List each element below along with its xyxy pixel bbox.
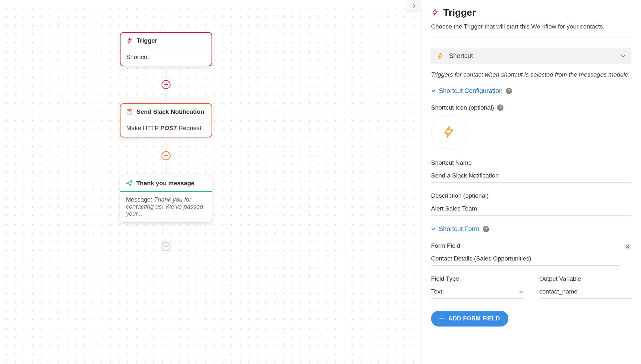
node-thank-you-message[interactable]: Thank you message Message: Thank you for…: [120, 175, 212, 223]
text-method: POST: [160, 125, 177, 131]
field-type-col: Field Type Text: [431, 275, 523, 299]
bolt-icon: [431, 9, 439, 16]
text-prefix: Make HTTP: [126, 125, 160, 131]
button-label: ADD FORM FIELD: [448, 315, 500, 322]
section-shortcut-configuration[interactable]: Shortcut Configuration ?: [431, 87, 631, 95]
trigger-selector-label: Shortcut: [449, 52, 615, 60]
output-variable-col: Output Variable: [539, 275, 632, 299]
sidebar-title-row: Trigger: [431, 7, 631, 18]
text-prefix: Message:: [126, 196, 154, 203]
bolt-icon: [442, 126, 455, 138]
chevron-right-icon: [412, 3, 416, 8]
help-icon[interactable]: ?: [506, 88, 512, 94]
trigger-description: Triggers for contact when shortcut is se…: [431, 71, 631, 78]
section-title: Shortcut Form: [439, 225, 479, 233]
plus-icon: [439, 316, 445, 321]
field-description: Description (optional): [431, 192, 631, 216]
node-trigger-title: Trigger: [137, 37, 157, 44]
field-form-field: Form Field: [431, 242, 631, 266]
field-label: Description (optional): [431, 192, 631, 199]
field-label: Shortcut Icon (optional) ?: [431, 104, 631, 111]
node-trigger[interactable]: Trigger Shortcut: [120, 32, 212, 66]
text-suffix: Request: [177, 125, 201, 131]
connector-line-dashed: [166, 231, 166, 242]
description-input[interactable]: [431, 203, 631, 216]
field-shortcut-name: Shortcut Name: [431, 159, 631, 183]
shortcut-name-input[interactable]: [431, 170, 631, 183]
select-value: Text: [431, 288, 519, 295]
field-label: Output Variable: [539, 275, 632, 282]
form-field-input[interactable]: [431, 252, 620, 266]
sidebar-subtitle: Choose the Trigger that will start this …: [431, 23, 631, 37]
field-label: Shortcut Name: [431, 159, 631, 166]
workflow-canvas[interactable]: Trigger Shortcut Send Slack Notification…: [0, 0, 421, 364]
node-thanks-body: Message: Thank you for contacting us! We…: [120, 192, 212, 222]
collapse-sidebar-button[interactable]: [407, 0, 421, 12]
chevron-down-icon: [431, 228, 436, 231]
sidebar-panel: Trigger Choose the Trigger that will sta…: [421, 0, 641, 364]
node-trigger-body: Shortcut: [121, 49, 212, 66]
field-label: Field Type: [431, 275, 523, 282]
output-variable-input[interactable]: [539, 285, 632, 299]
field-shortcut-icon: Shortcut Icon (optional) ?: [431, 104, 631, 150]
node-slack-notification[interactable]: Send Slack Notification Make HTTP POST R…: [120, 103, 212, 137]
node-slack-header: Send Slack Notification: [121, 104, 212, 120]
plus-icon: [164, 153, 168, 158]
send-icon: [126, 180, 132, 186]
close-icon: [626, 245, 629, 248]
node-thanks-title: Thank you message: [136, 180, 195, 187]
section-title: Shortcut Configuration: [439, 87, 503, 95]
field-type-row: Field Type Text Output Variable: [431, 275, 631, 299]
http-icon: [126, 109, 133, 115]
add-form-field-button[interactable]: ADD FORM FIELD: [431, 311, 508, 327]
add-step-button[interactable]: [162, 151, 171, 160]
node-thanks-header: Thank you message: [120, 175, 212, 192]
plus-icon: [164, 244, 168, 249]
add-step-button[interactable]: [162, 80, 171, 89]
help-icon[interactable]: ?: [483, 226, 489, 232]
trigger-selector[interactable]: Shortcut: [431, 48, 631, 64]
chevron-down-icon: [519, 290, 523, 293]
plus-icon: [164, 82, 168, 87]
node-trigger-header: Trigger: [121, 33, 212, 49]
field-type-select[interactable]: Text: [431, 285, 523, 299]
node-slack-title: Send Slack Notification: [137, 108, 204, 115]
field-label: Form Field: [431, 242, 620, 249]
bolt-icon: [437, 53, 444, 60]
node-slack-body: Make HTTP POST Request: [121, 120, 212, 137]
bolt-icon: [126, 37, 133, 44]
sidebar-title: Trigger: [443, 7, 476, 18]
label-text: Shortcut Icon (optional): [431, 104, 494, 111]
icon-preview-button[interactable]: [431, 114, 466, 150]
chevron-down-icon: [431, 89, 436, 93]
add-step-button[interactable]: [162, 242, 171, 251]
section-shortcut-form[interactable]: Shortcut Form ?: [431, 225, 631, 233]
chevron-down-icon: [620, 54, 626, 58]
help-icon[interactable]: ?: [497, 104, 504, 111]
remove-field-button[interactable]: [624, 243, 631, 251]
